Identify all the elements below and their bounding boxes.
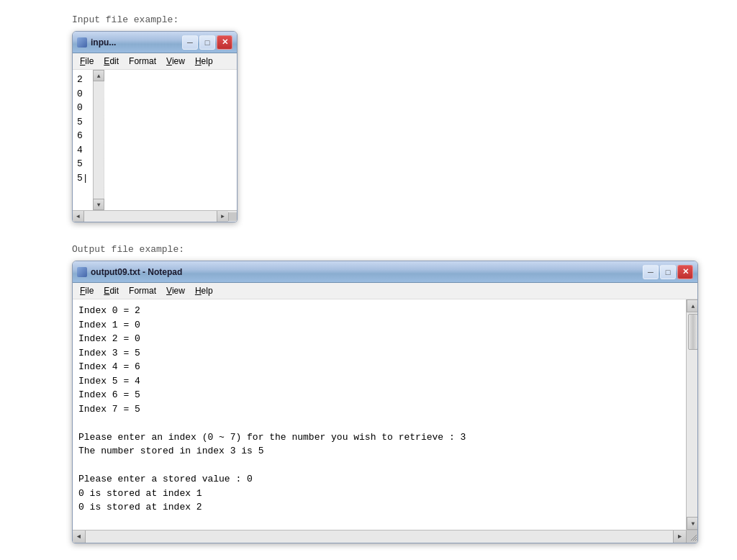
output-content-wrapper: Index 0 = 2 Index 1 = 0 Index 2 = 0 Inde…: [73, 299, 698, 543]
input-scroll-down[interactable]: ▼: [93, 199, 104, 210]
input-menu-format[interactable]: Format: [125, 55, 160, 68]
input-hscroll-right[interactable]: ►: [217, 211, 228, 222]
input-window-icon: [77, 37, 87, 48]
input-close-button[interactable]: ✕: [217, 35, 232, 50]
output-menu-edit[interactable]: Edit: [99, 284, 123, 297]
output-line-blank1: [78, 416, 680, 430]
svg-line-2: [695, 539, 697, 541]
output-scroll-track: [687, 312, 698, 517]
input-resize-grip: [228, 212, 237, 221]
input-window: inpu... ─ □ ✕ File Edit Format View Help…: [72, 31, 238, 222]
output-menu-file[interactable]: File: [76, 284, 98, 297]
output-menubar: File Edit Format View Help: [73, 283, 697, 299]
output-line-9: Please enter an index (0 ~ 7) for the nu…: [78, 430, 680, 445]
output-text-area[interactable]: Index 0 = 2 Index 1 = 0 Index 2 = 0 Inde…: [73, 299, 686, 530]
input-line-2: 0: [77, 87, 89, 101]
input-menu-view[interactable]: View: [162, 55, 189, 68]
input-hscrollbar-row: ◄ ►: [73, 210, 237, 222]
input-menu-help[interactable]: Help: [191, 55, 217, 68]
output-scroll-down[interactable]: ▼: [687, 517, 698, 530]
output-line-4: Index 3 = 5: [78, 346, 680, 361]
output-menu-help[interactable]: Help: [191, 284, 217, 297]
output-line-7: Index 6 = 5: [78, 388, 680, 402]
output-scroll-thumb[interactable]: [688, 314, 698, 350]
output-line-13: 0 is stored at index 2: [78, 500, 680, 515]
input-line-4: 5: [77, 115, 89, 130]
output-menu-format[interactable]: Format: [125, 284, 160, 297]
output-line-blank2: [78, 459, 680, 473]
input-section-label: Input file example:: [72, 14, 723, 25]
input-content-area: 2 0 0 5 6 4 5 5 ▲ ▼: [73, 70, 237, 210]
output-hscrollbar: ◄ ►: [73, 530, 698, 543]
input-scroll-up[interactable]: ▲: [93, 70, 104, 81]
output-window: output09.txt - Notepad ─ □ ✕ File Edit F…: [72, 261, 698, 543]
output-line-2: Index 1 = 0: [78, 318, 680, 333]
output-line-3: Index 2 = 0: [78, 332, 680, 346]
input-menu-edit[interactable]: Edit: [99, 55, 123, 68]
input-maximize-button[interactable]: □: [199, 35, 215, 50]
input-hscroll-track: [84, 212, 217, 222]
output-hscroll-right[interactable]: ►: [673, 530, 686, 543]
input-window-title: inpu...: [91, 37, 116, 48]
input-line-6: 4: [77, 143, 89, 158]
output-resize-grip: [686, 530, 698, 543]
output-line-10: The number stored in index 3 is 5: [78, 444, 680, 459]
output-vscrollbar[interactable]: ▲ ▼: [686, 299, 698, 530]
input-text-area[interactable]: 2 0 0 5 6 4 5 5: [73, 70, 93, 210]
output-close-button[interactable]: ✕: [677, 265, 693, 279]
output-section-label: Output file example:: [72, 244, 723, 255]
input-minimize-button[interactable]: ─: [182, 35, 198, 50]
output-window-icon: [77, 267, 87, 277]
output-line-12: 0 is stored at index 1: [78, 487, 680, 501]
output-titlebar: output09.txt - Notepad ─ □ ✕: [73, 261, 697, 283]
output-scroll-up[interactable]: ▲: [687, 299, 698, 312]
input-line-8: 5: [77, 171, 89, 186]
output-line-8: Index 7 = 5: [78, 402, 680, 417]
input-line-7: 5: [77, 157, 89, 171]
output-line-6: Index 5 = 4: [78, 374, 680, 389]
input-line-3: 0: [77, 101, 89, 115]
input-scroll-track: [94, 81, 104, 199]
input-vscrollbar[interactable]: ▲ ▼: [93, 70, 104, 210]
output-hscroll-track: [86, 531, 673, 543]
input-menubar: File Edit Format View Help: [73, 53, 237, 70]
input-titlebar: inpu... ─ □ ✕: [73, 32, 237, 53]
output-maximize-button[interactable]: □: [660, 265, 676, 279]
input-line-5: 6: [77, 129, 89, 143]
input-hscroll-left[interactable]: ◄: [73, 211, 84, 222]
output-window-title: output09.txt - Notepad: [91, 267, 182, 277]
output-line-5: Index 4 = 6: [78, 360, 680, 374]
output-line-11: Please enter a stored value : 0: [78, 472, 680, 487]
input-line-1: 2: [77, 73, 89, 87]
input-menu-file[interactable]: File: [76, 55, 98, 68]
output-minimize-button[interactable]: ─: [643, 265, 659, 279]
output-line-1: Index 0 = 2: [78, 304, 680, 318]
output-menu-view[interactable]: View: [162, 284, 189, 297]
output-hscroll-left[interactable]: ◄: [73, 530, 86, 543]
resize-grip-icon: [689, 533, 697, 541]
